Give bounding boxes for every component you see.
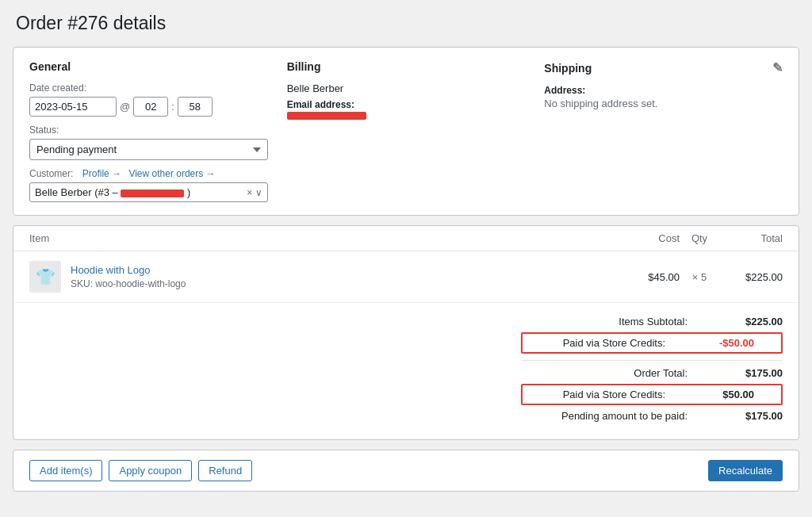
items-subtotal-row: Items Subtotal: $225.00	[29, 316, 783, 327]
store-credits2-row: Paid via Store Credits: $50.00	[521, 384, 783, 405]
email-redacted	[121, 190, 184, 197]
order-details-card: General Date created: @ : Status: Pendin…	[13, 47, 799, 216]
pending-label: Pending amount to be paid:	[545, 410, 703, 422]
date-label: Date created:	[29, 82, 268, 94]
items-table-header: Item Cost Qty Total	[13, 226, 799, 251]
billing-email-redacted	[287, 112, 366, 120]
general-title: General	[29, 60, 268, 73]
pending-value: $175.00	[703, 410, 783, 422]
status-label: Status:	[29, 124, 268, 136]
totals-divider	[521, 360, 783, 361]
item-info: 👕 Hoodie with Logo SKU: woo-hoodie-with-…	[29, 261, 616, 293]
customer-select[interactable]: Belle Berber (#3 – ) × ∨	[29, 182, 268, 202]
shipping-address-value: No shipping address set.	[544, 98, 783, 109]
general-section: General Date created: @ : Status: Pendin…	[29, 60, 268, 202]
order-total-value: $175.00	[703, 367, 783, 379]
top-section: General Date created: @ : Status: Pendin…	[29, 60, 783, 202]
items-subtotal-label: Items Subtotal:	[545, 316, 703, 327]
view-orders-link[interactable]: View other orders →	[128, 168, 215, 179]
item-qty: × 5	[680, 271, 719, 283]
date-input[interactable]	[29, 97, 117, 117]
footer-bar: Add item(s) Apply coupon Refund Recalcul…	[13, 450, 799, 492]
shipping-edit-icon[interactable]: ✎	[772, 60, 783, 75]
store-credits-label: Paid via Store Credits:	[523, 337, 681, 349]
item-total: $225.00	[719, 271, 783, 283]
customer-label: Customer: Profile → View other orders →	[29, 168, 268, 179]
items-card: Item Cost Qty Total 👕 Hoodie with Logo S…	[13, 225, 799, 440]
store-credits2-label: Paid via Store Credits:	[523, 389, 681, 400]
recalculate-button[interactable]: Recalculate	[708, 460, 783, 481]
hour-input[interactable]	[133, 97, 168, 117]
col-qty-header: Qty	[680, 232, 719, 244]
billing-section: Billing Belle Berber Email address:	[287, 60, 526, 202]
store-credits2-value: $50.00	[681, 389, 760, 400]
apply-coupon-button[interactable]: Apply coupon	[109, 460, 192, 481]
store-credits-value: -$50.00	[681, 337, 760, 349]
col-total-header: Total	[719, 232, 783, 244]
shipping-address-label: Address:	[544, 85, 783, 96]
select-clear[interactable]: × ∨	[247, 187, 262, 198]
order-total-row: Order Total: $175.00	[29, 367, 783, 379]
item-cost: $45.00	[616, 271, 680, 283]
at-symbol: @	[120, 101, 130, 113]
minute-input[interactable]	[178, 97, 213, 117]
add-items-button[interactable]: Add item(s)	[29, 460, 102, 481]
status-select[interactable]: Pending payment Processing On hold Compl…	[29, 139, 268, 160]
item-name-link[interactable]: Hoodie with Logo	[71, 264, 186, 276]
footer-left-buttons: Add item(s) Apply coupon Refund	[29, 460, 252, 481]
billing-email-label: Email address:	[287, 99, 526, 110]
col-cost-header: Cost	[616, 232, 680, 244]
refund-button[interactable]: Refund	[198, 460, 252, 481]
billing-email-value	[287, 112, 526, 120]
order-total-label: Order Total:	[545, 367, 703, 379]
pending-row: Pending amount to be paid: $175.00	[29, 410, 783, 422]
billing-title: Billing	[287, 60, 526, 73]
totals-section: Items Subtotal: $225.00 Paid via Store C…	[13, 303, 799, 439]
date-row: @ :	[29, 97, 268, 117]
item-sku: SKU: woo-hoodie-with-logo	[71, 278, 186, 289]
billing-name: Belle Berber	[287, 82, 526, 94]
table-row: 👕 Hoodie with Logo SKU: woo-hoodie-with-…	[13, 251, 799, 303]
page-title: Order #276 details	[13, 13, 799, 34]
col-item-header: Item	[29, 232, 616, 244]
colon-symbol: :	[171, 101, 174, 113]
profile-link[interactable]: Profile →	[82, 168, 121, 179]
item-details: Hoodie with Logo SKU: woo-hoodie-with-lo…	[71, 264, 186, 289]
store-credits-row: Paid via Store Credits: -$50.00	[521, 332, 783, 354]
shipping-section: Shipping ✎ Address: No shipping address …	[544, 60, 783, 202]
items-subtotal-value: $225.00	[703, 316, 783, 327]
shipping-title: Shipping ✎	[544, 60, 783, 75]
customer-value: Belle Berber (#3 – )	[35, 186, 243, 198]
item-thumbnail: 👕	[29, 261, 61, 293]
